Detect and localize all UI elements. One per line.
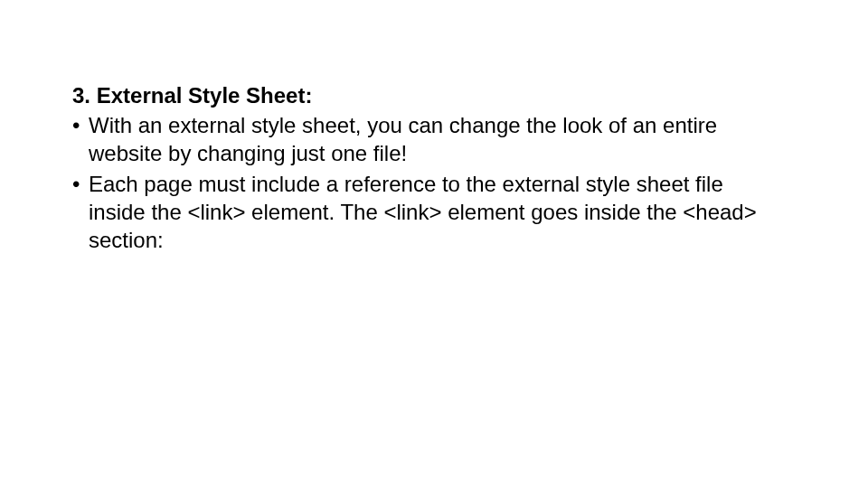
bullet-marker: • [72, 111, 89, 167]
bullet-text: With an external style sheet, you can ch… [89, 111, 796, 167]
bullet-text: Each page must include a reference to th… [89, 170, 796, 255]
section-heading: 3. External Style Sheet: [72, 81, 796, 109]
slide-content: 3. External Style Sheet: • With an exter… [72, 81, 796, 254]
bullet-item: • With an external style sheet, you can … [72, 111, 796, 167]
bullet-item: • Each page must include a reference to … [72, 170, 796, 255]
bullet-marker: • [72, 170, 89, 255]
